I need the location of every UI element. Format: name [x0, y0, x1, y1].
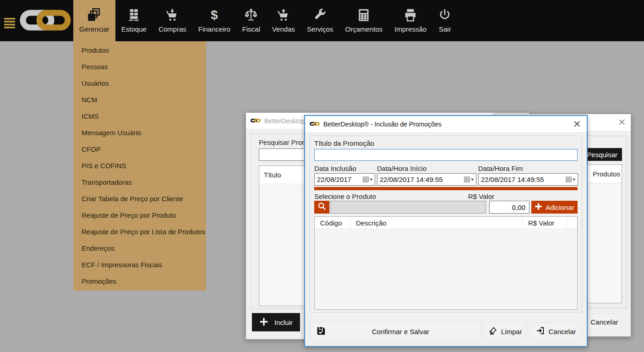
desktop: Gerenciar Estoque Compras $ Financeiro	[0, 0, 644, 352]
app-logo-icon	[251, 117, 261, 125]
menu-item-cfop[interactable]: CFOP	[73, 141, 206, 158]
nav-item-financeiro[interactable]: $ Financeiro	[192, 0, 236, 41]
pesquisar-label: Pesquisar	[587, 151, 617, 159]
gerenciar-dropdown-menu: Produtos Pessoas Usuários NCM ICMS Mensa…	[73, 41, 206, 291]
titulo-promocao-label: Título da Promoção	[314, 139, 374, 147]
product-search-button[interactable]	[314, 201, 329, 214]
dialog-titlebar[interactable]: BetterDesktop® - Inclusão de Promoções ×	[305, 116, 587, 132]
menu-item-tabela-preco-cliente[interactable]: Criar Tabela de Preço por Cliente	[73, 191, 206, 207]
stack-icon	[87, 6, 101, 24]
selecione-produto-label: Selecione o Produto	[314, 192, 376, 200]
data-inclusao-label: Data Inclusão	[314, 165, 356, 172]
hamburger-menu-icon[interactable]	[4, 16, 16, 28]
nav-label: Fiscal	[242, 25, 260, 33]
menu-item-enderecos[interactable]: Endereços	[73, 240, 206, 257]
close-icon[interactable]: ×	[618, 116, 626, 128]
promotion-items-grid: Código Descrição R$ Valor	[314, 216, 578, 310]
orange-divider	[314, 187, 578, 190]
nav-item-estoque[interactable]: Estoque	[115, 0, 153, 41]
save-icon	[316, 326, 326, 337]
cancelar-label: Cancelar	[590, 318, 618, 326]
app-logo-icon	[310, 120, 320, 128]
calendar-icon	[363, 176, 369, 182]
menu-item-pis-cofins[interactable]: PIS e COFINS	[73, 158, 206, 174]
column-header-descricao[interactable]: Descrição	[350, 217, 523, 229]
column-header-titulo[interactable]: Título	[264, 171, 281, 179]
incluir-button[interactable]: Incluir	[252, 313, 300, 331]
nav-item-orcamentos[interactable]: Orçamentos	[339, 0, 389, 41]
nav-item-fiscal[interactable]: Fiscal	[236, 0, 266, 41]
nav-label: Financeiro	[198, 25, 230, 33]
confirmar-salvar-button[interactable]: Confirmar e Salvar	[310, 322, 481, 341]
nav-item-gerenciar[interactable]: Gerenciar	[73, 0, 115, 41]
grid-header-row: Código Descrição R$ Valor	[315, 217, 577, 229]
valor-label: R$ Valor	[468, 192, 494, 200]
nav-item-impressao[interactable]: Impressão	[388, 0, 432, 41]
nav-item-compras[interactable]: Compras	[153, 0, 192, 41]
valor-input[interactable]	[489, 201, 529, 214]
nav-item-vendas[interactable]: Vendas	[266, 0, 301, 41]
data-hora-inicio-field[interactable]: 22/08/2017 14:49:55 ▾	[377, 173, 476, 186]
nav-label: Serviços	[307, 25, 333, 33]
data-hora-inicio-label: Data/Hora Início	[377, 165, 426, 172]
menu-item-reajuste-lista[interactable]: Reajuste de Preço por Lista de Produtos	[73, 224, 206, 240]
column-header-empty	[567, 217, 577, 229]
data-inclusao-field[interactable]: 22/08/2017 ▾	[314, 173, 375, 186]
search-icon	[317, 202, 327, 213]
menu-item-reajuste-produto[interactable]: Reajuste de Preço por Produto	[73, 207, 206, 224]
menu-item-mensagem-usuario[interactable]: Mensagem Usuário	[73, 125, 206, 141]
main-nav: Gerenciar Estoque Compras $ Financeiro	[73, 0, 457, 41]
nav-label: Orçamentos	[345, 25, 383, 33]
adicionar-label: Adicionar	[546, 204, 574, 211]
calendar-icon	[566, 176, 572, 182]
data-inclusao-value: 22/08/2017	[317, 176, 351, 183]
data-hora-fim-value: 22/08/2017 14:49:55	[481, 176, 544, 183]
power-icon	[438, 6, 451, 24]
plus-icon	[259, 317, 268, 328]
menu-item-produtos[interactable]: Produtos	[73, 42, 206, 59]
data-hora-inicio-value: 22/08/2017 14:49:55	[380, 176, 443, 183]
incluir-label: Incluir	[274, 319, 293, 326]
column-header-produtos[interactable]: Produtos	[593, 170, 620, 178]
close-icon[interactable]: ×	[573, 118, 581, 130]
boxes-icon	[127, 6, 140, 24]
nav-item-sair[interactable]: Sair	[432, 0, 457, 41]
adicionar-button[interactable]: Adicionar	[531, 201, 578, 214]
menu-item-usuarios[interactable]: Usuários	[73, 75, 206, 92]
inclusao-promocoes-dialog: BetterDesktop® - Inclusão de Promoções ×…	[304, 115, 588, 347]
printer-icon	[404, 6, 417, 24]
eraser-icon	[489, 326, 497, 336]
nav-item-servicos[interactable]: Serviços	[301, 0, 339, 41]
column-header-codigo[interactable]: Código	[315, 217, 350, 229]
dialog-cancelar-label: Cancelar	[548, 328, 576, 336]
menu-item-promocoes[interactable]: Promoções	[73, 273, 206, 290]
nav-label: Estoque	[121, 25, 147, 33]
menu-item-icms[interactable]: ICMS	[73, 108, 206, 125]
brand-logo	[18, 6, 71, 36]
limpar-button[interactable]: Limpar	[484, 322, 527, 341]
exit-door-icon	[536, 326, 545, 336]
column-header-valor[interactable]: R$ Valor	[523, 217, 567, 229]
dialog-cancelar-button[interactable]: Cancelar	[530, 322, 582, 341]
menu-item-transportadoras[interactable]: Transportadoras	[73, 174, 206, 191]
top-navigation-bar: Gerenciar Estoque Compras $ Financeiro	[0, 0, 644, 41]
menu-item-ecf-impressoras[interactable]: ECF / Impressoras Fiscais	[73, 257, 206, 273]
scales-icon	[244, 6, 258, 24]
calculator-icon	[358, 6, 370, 24]
chevron-down-icon: ▾	[573, 176, 575, 182]
nav-label: Gerenciar	[79, 25, 109, 33]
promotion-form-group: Título da Promoção Data Inclusão Data/Ho…	[310, 136, 582, 313]
titulo-promocao-input[interactable]	[314, 149, 578, 161]
nav-label: Sair	[439, 25, 451, 33]
cart-down-icon	[165, 6, 179, 24]
chevron-down-icon: ▾	[471, 176, 474, 182]
menu-item-ncm[interactable]: NCM	[73, 92, 206, 108]
data-hora-fim-field[interactable]: 22/08/2017 14:49:55 ▾	[478, 173, 578, 186]
menu-item-pessoas[interactable]: Pessoas	[73, 59, 206, 75]
product-input[interactable]	[330, 201, 486, 214]
nav-label: Vendas	[272, 25, 295, 33]
cart-up-icon	[277, 6, 290, 24]
dialog-title: BetterDesktop® - Inclusão de Promoções	[323, 121, 442, 128]
calendar-icon	[464, 176, 470, 182]
chevron-down-icon: ▾	[370, 176, 372, 182]
